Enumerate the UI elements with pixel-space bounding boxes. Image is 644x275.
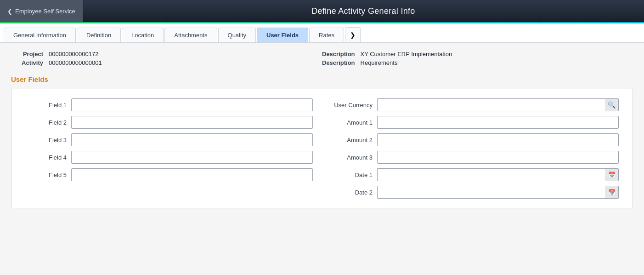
date-2-calendar-button[interactable]: 📅: [605, 186, 619, 199]
back-button[interactable]: ❮ Employee Self Service: [0, 0, 83, 22]
search-icon: 🔍: [608, 101, 616, 109]
date-2-input-wrap: 📅: [377, 186, 619, 199]
field-4-label: Field 4: [25, 154, 67, 161]
date-1-row: Date 1 📅: [331, 168, 619, 181]
page-title: Define Activity General Info: [83, 6, 644, 16]
field-3-row: Field 3: [25, 133, 313, 146]
date-2-input[interactable]: [377, 186, 605, 199]
tab-attachments[interactable]: Attachments: [164, 28, 217, 42]
date-1-input-wrap: 📅: [377, 168, 619, 181]
fields-grid: Field 1 Field 2 Field 3 Field 4 Field 5: [25, 98, 619, 199]
project-info: Project 000000000000172 Description XY C…: [11, 51, 633, 66]
project-row: Project 000000000000172: [11, 51, 322, 57]
field-5-input[interactable]: [71, 168, 313, 181]
field-1-label: Field 1: [25, 102, 67, 109]
page-content: Project 000000000000172 Description XY C…: [0, 43, 644, 275]
description1-row: Description XY Customer ERP Implementati…: [322, 51, 633, 57]
description1-value: XY Customer ERP Implementation: [361, 51, 452, 57]
amount-1-row: Amount 1: [331, 116, 619, 129]
field-2-label: Field 2: [25, 119, 67, 126]
back-arrow-icon: ❮: [7, 8, 12, 15]
activity-row: Activity 0000000000000001: [11, 59, 322, 66]
description2-value: Requirements: [361, 59, 398, 66]
user-currency-row: User Currency 🔍: [331, 98, 619, 111]
tabs-bar: General Information Definition Location …: [0, 23, 644, 43]
field-5-label: Field 5: [25, 172, 67, 178]
calendar-2-icon: 📅: [608, 189, 616, 196]
activity-value: 0000000000000001: [49, 59, 102, 66]
field-4-row: Field 4: [25, 151, 313, 164]
header: ❮ Employee Self Service Define Activity …: [0, 0, 644, 23]
tab-user-fields[interactable]: User Fields: [257, 28, 308, 42]
field-3-label: Field 3: [25, 137, 67, 143]
user-currency-search-button[interactable]: 🔍: [605, 98, 619, 111]
date-1-input[interactable]: [377, 168, 605, 181]
date-2-row: Date 2 📅: [331, 186, 619, 199]
tab-quality[interactable]: Quality: [218, 28, 256, 42]
tab-rates[interactable]: Rates: [309, 28, 344, 42]
description2-label: Description: [322, 59, 355, 66]
left-field-col: Field 1 Field 2 Field 3 Field 4 Field 5: [25, 98, 313, 199]
date-1-calendar-button[interactable]: 📅: [605, 168, 619, 181]
project-label: Project: [11, 51, 43, 57]
amount-2-row: Amount 2: [331, 133, 619, 146]
project-value: 000000000000172: [49, 51, 98, 57]
field-2-row: Field 2: [25, 116, 313, 129]
date-2-label: Date 2: [331, 189, 373, 196]
tab-definition[interactable]: Definition: [77, 28, 121, 42]
amount-2-label: Amount 2: [331, 137, 373, 143]
activity-label: Activity: [11, 59, 43, 66]
description1-label: Description: [322, 51, 355, 57]
field-1-input[interactable]: [71, 98, 313, 111]
tab-general-information[interactable]: General Information: [4, 28, 76, 42]
user-currency-input[interactable]: [377, 98, 605, 111]
field-4-input[interactable]: [71, 151, 313, 164]
right-field-col: User Currency 🔍 Amount 1 Amount 2: [331, 98, 619, 199]
user-fields-box: Field 1 Field 2 Field 3 Field 4 Field 5: [11, 89, 633, 208]
field-3-input[interactable]: [71, 133, 313, 146]
amount-1-input[interactable]: [377, 116, 619, 129]
amount-3-label: Amount 3: [331, 154, 373, 161]
date-1-label: Date 1: [331, 172, 373, 178]
user-currency-label: User Currency: [331, 102, 373, 109]
tab-location[interactable]: Location: [122, 28, 164, 42]
tab-more-button[interactable]: ❯: [345, 27, 361, 42]
field-2-input[interactable]: [71, 116, 313, 129]
calendar-1-icon: 📅: [608, 172, 616, 178]
amount-3-input[interactable]: [377, 151, 619, 164]
amount-3-row: Amount 3: [331, 151, 619, 164]
amount-1-label: Amount 1: [331, 119, 373, 126]
amount-2-input[interactable]: [377, 133, 619, 146]
back-button-label: Employee Self Service: [15, 8, 75, 15]
user-currency-input-wrap: 🔍: [377, 98, 619, 111]
field-5-row: Field 5: [25, 168, 313, 181]
user-fields-section-title: User Fields: [11, 75, 633, 83]
field-1-row: Field 1: [25, 98, 313, 111]
description2-row: Description Requirements: [322, 59, 633, 66]
